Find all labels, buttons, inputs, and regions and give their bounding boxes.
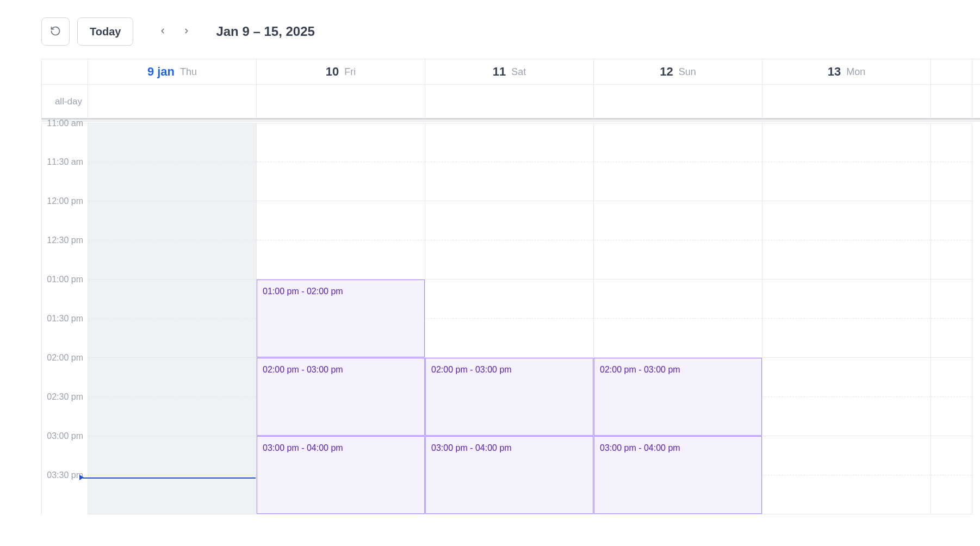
time-slot[interactable] <box>594 201 762 240</box>
time-slot[interactable] <box>88 201 256 240</box>
time-slot[interactable] <box>257 201 425 240</box>
time-slot[interactable] <box>762 201 931 240</box>
calendar-event[interactable]: 02:00 pm - 03:00 pm <box>594 358 762 436</box>
time-slot[interactable] <box>88 280 256 319</box>
time-slot[interactable] <box>931 123 972 162</box>
time-label: 11:30 am <box>47 157 83 167</box>
time-gutter-slot: 03:30 pm <box>42 475 88 514</box>
allday-cell[interactable] <box>425 85 594 118</box>
time-slot[interactable] <box>762 319 931 358</box>
day-header-thu[interactable]: 9jan Thu <box>88 59 257 84</box>
time-gutter-slot: 02:00 pm <box>42 358 88 397</box>
time-slot[interactable] <box>931 240 972 280</box>
grid-scroll-area[interactable]: 11:00 am11:30 am12:00 pm12:30 pm01:00 pm… <box>41 123 980 514</box>
time-gutter-slot: 01:30 pm <box>42 319 88 358</box>
calendar-event[interactable]: 03:00 pm - 04:00 pm <box>257 436 425 514</box>
time-slot[interactable] <box>88 358 256 397</box>
time-slot[interactable] <box>88 475 256 514</box>
calendar-event[interactable]: 01:00 pm - 02:00 pm <box>257 280 425 357</box>
time-slot[interactable] <box>762 123 931 162</box>
day-col-fri[interactable]: 01:00 pm - 02:00 pm02:00 pm - 03:00 pm03… <box>257 123 425 514</box>
prev-button[interactable] <box>151 20 175 44</box>
time-slot[interactable] <box>88 162 256 201</box>
day-col-overflow[interactable] <box>931 123 972 514</box>
allday-label: all-day <box>41 85 88 118</box>
time-slot[interactable] <box>762 475 931 514</box>
time-slot[interactable] <box>762 397 931 436</box>
time-gutter-header <box>41 59 88 84</box>
time-gutter-slot: 11:00 am <box>42 123 88 162</box>
chevron-left-icon <box>159 27 166 36</box>
calendar-toolbar: Today Jan 9 – 15, 2025 <box>0 0 980 59</box>
now-indicator-marker <box>79 475 84 480</box>
time-slot[interactable] <box>931 280 972 319</box>
calendar: 9jan Thu 10 Fri 11 Sat 12 Sun 13 Mon all… <box>41 59 980 514</box>
calendar-event[interactable]: 03:00 pm - 04:00 pm <box>594 436 762 514</box>
allday-cell[interactable] <box>88 85 257 118</box>
allday-cell[interactable] <box>594 85 762 118</box>
calendar-event[interactable]: 02:00 pm - 03:00 pm <box>257 358 425 436</box>
time-label: 02:30 pm <box>47 392 83 402</box>
time-slot[interactable] <box>425 201 593 240</box>
time-slot[interactable] <box>762 436 931 475</box>
time-label: 12:00 pm <box>47 196 83 206</box>
time-slot[interactable] <box>88 240 256 280</box>
time-slot[interactable] <box>257 240 425 280</box>
time-slot[interactable] <box>762 280 931 319</box>
time-slot[interactable] <box>257 123 425 162</box>
day-header-mon[interactable]: 13 Mon <box>762 59 931 84</box>
time-slot[interactable] <box>931 201 972 240</box>
day-col-sun[interactable]: 02:00 pm - 03:00 pm03:00 pm - 04:00 pm <box>594 123 762 514</box>
time-slot[interactable] <box>762 162 931 201</box>
time-slot[interactable] <box>88 436 256 475</box>
time-slot[interactable] <box>594 123 762 162</box>
time-slot[interactable] <box>931 397 972 436</box>
time-slot[interactable] <box>931 319 972 358</box>
time-slot[interactable] <box>594 240 762 280</box>
allday-cell[interactable] <box>762 85 931 118</box>
time-slot[interactable] <box>425 123 593 162</box>
time-slot[interactable] <box>425 162 593 201</box>
calendar-event[interactable]: 02:00 pm - 03:00 pm <box>425 358 593 436</box>
time-slot[interactable] <box>425 319 593 358</box>
time-slot[interactable] <box>88 319 256 358</box>
time-slot[interactable] <box>594 319 762 358</box>
time-slot[interactable] <box>931 436 972 475</box>
time-gutter-slot: 12:00 pm <box>42 201 88 240</box>
time-gutter-slot: 03:00 pm <box>42 436 88 475</box>
time-label: 01:30 pm <box>47 314 83 324</box>
day-header-fri[interactable]: 10 Fri <box>257 59 425 84</box>
time-slot[interactable] <box>257 162 425 201</box>
next-button[interactable] <box>175 20 199 44</box>
time-gutter-slot: 02:30 pm <box>42 397 88 436</box>
day-col-sat[interactable]: 02:00 pm - 03:00 pm03:00 pm - 04:00 pm <box>425 123 594 514</box>
time-slot[interactable] <box>762 358 931 397</box>
today-button[interactable]: Today <box>77 17 133 46</box>
calendar-event[interactable]: 03:00 pm - 04:00 pm <box>425 436 593 514</box>
day-col-mon[interactable] <box>762 123 931 514</box>
time-slot[interactable] <box>762 240 931 280</box>
time-grid: 11:00 am11:30 am12:00 pm12:30 pm01:00 pm… <box>41 123 980 514</box>
refresh-button[interactable] <box>41 17 70 46</box>
day-col-thu[interactable] <box>88 123 257 514</box>
time-slot[interactable] <box>425 240 593 280</box>
time-slot[interactable] <box>88 397 256 436</box>
time-slot[interactable] <box>931 358 972 397</box>
allday-cell[interactable] <box>257 85 425 118</box>
day-header-sun[interactable]: 12 Sun <box>594 59 762 84</box>
day-header-num: 12 <box>660 65 673 79</box>
time-slot[interactable] <box>425 280 593 319</box>
time-slot[interactable] <box>594 162 762 201</box>
time-gutter: 11:00 am11:30 am12:00 pm12:30 pm01:00 pm… <box>41 123 88 514</box>
allday-row: all-day <box>41 85 980 120</box>
time-slot[interactable] <box>594 280 762 319</box>
time-slot[interactable] <box>931 475 972 514</box>
day-header-row: 9jan Thu 10 Fri 11 Sat 12 Sun 13 Mon <box>41 59 980 85</box>
time-slot[interactable] <box>88 123 256 162</box>
day-header-sat[interactable]: 11 Sat <box>425 59 594 84</box>
time-label: 11:00 am <box>47 119 83 128</box>
allday-cell[interactable] <box>931 85 972 118</box>
time-slot[interactable] <box>931 162 972 201</box>
nav-arrows <box>151 20 199 44</box>
day-header-num: 9 <box>147 65 154 79</box>
